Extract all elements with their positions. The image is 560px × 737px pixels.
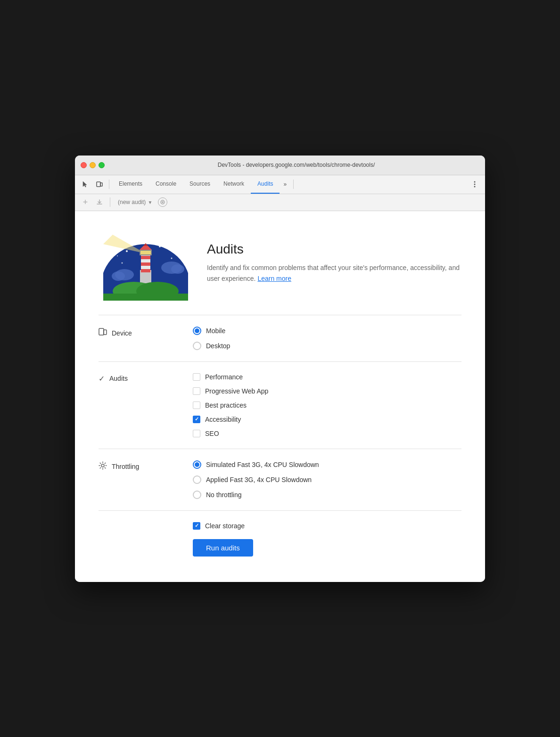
device-mobile-option[interactable]: Mobile bbox=[193, 327, 461, 335]
download-icon[interactable] bbox=[94, 197, 105, 208]
clear-storage-checkbox[interactable]: ✓ bbox=[193, 522, 200, 530]
more-tabs[interactable]: » bbox=[280, 181, 290, 188]
device-desktop-radio[interactable] bbox=[193, 342, 201, 350]
devtools-window: DevTools - developers.google.com/web/too… bbox=[75, 156, 485, 582]
audits-label-text: Audits bbox=[109, 375, 128, 382]
audit-performance-checkbox[interactable] bbox=[193, 373, 200, 381]
throttling-section: Throttling Simulated Fast 3G, 4x CPU Slo… bbox=[99, 449, 461, 511]
learn-more-link[interactable]: Learn more bbox=[257, 275, 291, 282]
cursor-icon[interactable] bbox=[79, 178, 92, 191]
run-audits-button[interactable]: Run audits bbox=[193, 539, 253, 557]
audit-selector[interactable]: (new audit) ▼ bbox=[115, 199, 155, 205]
svg-rect-27 bbox=[141, 269, 150, 272]
svg-rect-1 bbox=[100, 183, 102, 186]
clear-storage-option[interactable]: ✓ Clear storage bbox=[193, 522, 245, 530]
audit-best-practices-checkbox[interactable] bbox=[193, 401, 200, 409]
svg-rect-39 bbox=[104, 330, 107, 335]
main-content: Audits Identify and fix common problems … bbox=[75, 211, 485, 582]
svg-rect-26 bbox=[141, 262, 150, 266]
audit-pwa-option[interactable]: Progressive Web App bbox=[193, 387, 461, 395]
throttling-none-label: No throttling bbox=[206, 491, 241, 499]
secondary-toolbar: + (new audit) ▼ bbox=[75, 194, 485, 211]
audits-section: ✓ Audits Performance Progressive Web App… bbox=[99, 362, 461, 449]
audits-label: ✓ Audits bbox=[99, 373, 193, 383]
svg-point-20 bbox=[112, 271, 125, 281]
svg-point-13 bbox=[178, 250, 180, 252]
audit-seo-checkbox[interactable] bbox=[193, 430, 200, 437]
device-mobile-label: Mobile bbox=[206, 327, 225, 335]
svg-rect-35 bbox=[99, 225, 193, 230]
svg-rect-29 bbox=[140, 251, 151, 254]
checkmark-symbol: ✓ bbox=[195, 416, 199, 422]
minimize-button[interactable] bbox=[90, 162, 96, 168]
tab-network[interactable]: Network bbox=[217, 175, 251, 194]
secondary-divider bbox=[110, 197, 110, 207]
svg-point-12 bbox=[169, 238, 170, 240]
svg-rect-34 bbox=[99, 294, 193, 301]
tab-sources[interactable]: Sources bbox=[183, 175, 217, 194]
audit-performance-option[interactable]: Performance bbox=[193, 373, 461, 381]
device-section: Device Mobile Desktop bbox=[99, 315, 461, 362]
tab-audits[interactable]: Audits bbox=[251, 175, 280, 194]
gear-icon bbox=[99, 461, 107, 472]
device-desktop-label: Desktop bbox=[206, 342, 230, 350]
svg-rect-0 bbox=[97, 182, 100, 187]
throttling-none-radio[interactable] bbox=[193, 491, 201, 499]
hero-description: Identify and fix common problems that af… bbox=[207, 262, 461, 284]
audit-pwa-checkbox[interactable] bbox=[193, 387, 200, 395]
throttling-simulated-radio[interactable] bbox=[193, 460, 201, 469]
throttling-options: Simulated Fast 3G, 4x CPU Slowdown Appli… bbox=[193, 460, 461, 499]
audit-accessibility-label: Accessibility bbox=[205, 416, 241, 423]
svg-rect-25 bbox=[141, 256, 150, 259]
device-mobile-radio[interactable] bbox=[193, 327, 201, 335]
audit-seo-option[interactable]: SEO bbox=[193, 430, 461, 437]
svg-point-11 bbox=[159, 246, 161, 247]
maximize-button[interactable] bbox=[99, 162, 105, 168]
device-options: Mobile Desktop bbox=[193, 327, 461, 350]
audit-seo-label: SEO bbox=[205, 430, 219, 437]
throttling-applied-option[interactable]: Applied Fast 3G, 4x CPU Slowdown bbox=[193, 475, 461, 484]
devtools-tabbar: Elements Console Sources Network Audits … bbox=[75, 175, 485, 194]
device-label: Device bbox=[99, 327, 193, 339]
throttling-label-text: Throttling bbox=[112, 463, 139, 470]
audit-accessibility-option[interactable]: ✓ Accessibility bbox=[193, 416, 461, 423]
audit-best-practices-label: Best practices bbox=[205, 401, 247, 409]
titlebar: DevTools - developers.google.com/web/too… bbox=[75, 156, 485, 175]
throttling-simulated-label: Simulated Fast 3G, 4x CPU Slowdown bbox=[206, 461, 319, 468]
svg-point-40 bbox=[101, 464, 104, 467]
svg-point-15 bbox=[171, 257, 173, 259]
traffic-lights bbox=[81, 162, 105, 168]
audits-options: Performance Progressive Web App Best pra… bbox=[193, 373, 461, 437]
add-audit-button[interactable]: + bbox=[80, 197, 91, 208]
audit-accessibility-checkbox[interactable]: ✓ bbox=[193, 416, 200, 423]
bottom-section: ✓ Clear storage Run audits bbox=[99, 511, 461, 568]
stop-button[interactable] bbox=[158, 197, 167, 207]
svg-point-14 bbox=[122, 262, 123, 263]
hero-title: Audits bbox=[207, 242, 461, 257]
throttling-applied-radio[interactable] bbox=[193, 475, 201, 484]
audit-best-practices-option[interactable]: Best practices bbox=[193, 401, 461, 409]
throttling-label: Throttling bbox=[99, 460, 193, 472]
tab-list: Elements Console Sources Network Audits … bbox=[112, 175, 290, 194]
toolbar-divider-1 bbox=[109, 180, 109, 189]
device-toggle-icon[interactable] bbox=[93, 178, 106, 191]
tab-console[interactable]: Console bbox=[149, 175, 183, 194]
device-label-text: Device bbox=[112, 329, 132, 337]
throttling-none-option[interactable]: No throttling bbox=[193, 491, 461, 499]
svg-point-4 bbox=[474, 186, 476, 188]
svg-point-16 bbox=[143, 236, 144, 237]
throttling-simulated-option[interactable]: Simulated Fast 3G, 4x CPU Slowdown bbox=[193, 460, 461, 469]
clear-storage-label: Clear storage bbox=[205, 522, 245, 530]
device-icon bbox=[99, 328, 107, 339]
svg-rect-36 bbox=[99, 225, 103, 301]
close-button[interactable] bbox=[81, 162, 87, 168]
svg-point-2 bbox=[474, 181, 476, 183]
hero-text: Audits Identify and fix common problems … bbox=[207, 242, 461, 284]
device-desktop-option[interactable]: Desktop bbox=[193, 342, 461, 350]
tab-elements[interactable]: Elements bbox=[112, 175, 149, 194]
svg-point-22 bbox=[171, 264, 184, 274]
audit-pwa-label: Progressive Web App bbox=[205, 387, 268, 395]
svg-rect-37 bbox=[188, 225, 193, 301]
more-options-icon[interactable] bbox=[468, 178, 481, 191]
svg-point-17 bbox=[117, 255, 118, 256]
